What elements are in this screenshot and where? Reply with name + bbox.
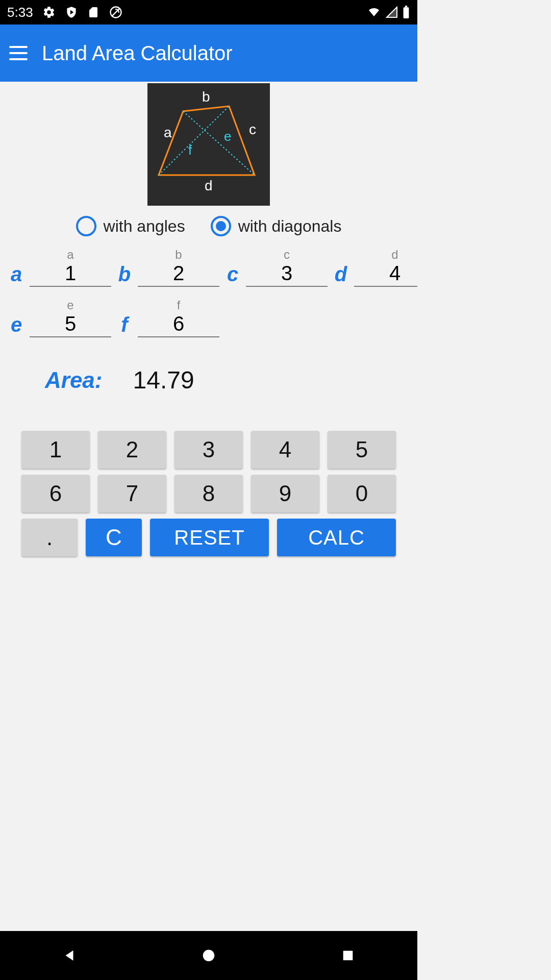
app-bar: Land Area Calculator xyxy=(0,24,417,82)
area-value: 14.79 xyxy=(133,366,194,394)
radio-icon-selected xyxy=(211,216,231,236)
radio-with-diagonals[interactable]: with diagonals xyxy=(211,216,342,236)
status-time: 5:33 xyxy=(7,5,33,20)
app-title: Land Area Calculator xyxy=(42,42,233,65)
diagram-label-b: b xyxy=(202,89,210,105)
mode-radio-group: with angles with diagonals xyxy=(0,212,417,246)
input-f[interactable] xyxy=(138,311,219,337)
shield-play-icon xyxy=(65,6,78,19)
svg-marker-4 xyxy=(159,106,255,175)
input-c[interactable] xyxy=(246,261,328,287)
hint-f: f xyxy=(138,298,219,312)
input-a[interactable] xyxy=(30,261,111,287)
content-area: b a c d e f with angles with diagonals a… xyxy=(0,82,417,562)
key-calc[interactable]: CALC xyxy=(277,519,396,556)
quadrilateral-diagram: b a c d e f xyxy=(147,83,270,206)
area-result: Area: 14.79 xyxy=(0,337,417,394)
label-a: a xyxy=(7,263,26,287)
label-e: e xyxy=(7,313,26,337)
cell-signal-icon xyxy=(386,6,398,18)
input-e[interactable] xyxy=(30,311,111,337)
nav-back-button[interactable] xyxy=(39,940,100,971)
label-c: c xyxy=(223,263,242,287)
svg-point-7 xyxy=(203,950,215,962)
radio-icon-unselected xyxy=(76,216,96,236)
label-b: b xyxy=(115,263,134,287)
svg-rect-8 xyxy=(343,951,353,961)
key-9[interactable]: 9 xyxy=(251,475,319,512)
gear-icon xyxy=(42,6,56,19)
radio-with-angles[interactable]: with angles xyxy=(76,216,185,236)
key-2[interactable]: 2 xyxy=(98,431,166,469)
key-dot[interactable]: . xyxy=(21,519,78,556)
battery-icon xyxy=(402,6,410,19)
hint-c: c xyxy=(246,248,328,262)
hint-b: b xyxy=(138,248,219,262)
wifi-icon xyxy=(366,6,382,18)
keypad: 1 2 3 4 5 6 7 8 9 0 . C RESET CALC xyxy=(0,394,417,556)
svg-line-6 xyxy=(183,111,255,175)
svg-rect-2 xyxy=(404,7,409,18)
svg-line-5 xyxy=(159,106,229,175)
menu-icon[interactable] xyxy=(9,46,28,60)
radio-with-diagonals-label: with diagonals xyxy=(238,217,342,236)
label-d: d xyxy=(332,263,350,287)
diagram-label-e: e xyxy=(224,129,231,144)
key-6[interactable]: 6 xyxy=(21,475,90,512)
status-bar: 5:33 xyxy=(0,0,417,24)
hint-a: a xyxy=(30,248,111,262)
hint-d: d xyxy=(354,248,417,262)
diagram-label-a: a xyxy=(164,125,172,140)
nav-recent-button[interactable] xyxy=(317,940,379,971)
input-b[interactable] xyxy=(138,261,219,287)
hint-e: e xyxy=(30,298,111,312)
inputs-grid: a a b b c c d d e e f f xyxy=(0,246,417,337)
label-f: f xyxy=(115,313,134,337)
diagram-label-d: d xyxy=(205,178,213,193)
key-7[interactable]: 7 xyxy=(98,475,166,512)
nav-home-button[interactable] xyxy=(178,940,239,971)
area-label: Area: xyxy=(45,368,103,393)
svg-rect-3 xyxy=(405,6,407,7)
android-nav-bar xyxy=(0,931,417,980)
key-reset[interactable]: RESET xyxy=(150,519,269,556)
no-location-icon xyxy=(109,5,123,19)
input-d[interactable] xyxy=(354,261,417,287)
key-3[interactable]: 3 xyxy=(174,431,243,469)
diagram-label-c: c xyxy=(249,121,256,137)
key-8[interactable]: 8 xyxy=(174,475,243,512)
key-4[interactable]: 4 xyxy=(251,431,319,469)
status-left: 5:33 xyxy=(7,5,123,20)
key-0[interactable]: 0 xyxy=(328,475,396,512)
sd-card-icon xyxy=(87,6,99,19)
status-right xyxy=(366,6,410,19)
key-clear[interactable]: C xyxy=(86,519,142,556)
key-5[interactable]: 5 xyxy=(328,431,396,469)
radio-with-angles-label: with angles xyxy=(104,217,185,236)
diagram-label-f: f xyxy=(188,142,192,158)
key-1[interactable]: 1 xyxy=(21,431,90,469)
